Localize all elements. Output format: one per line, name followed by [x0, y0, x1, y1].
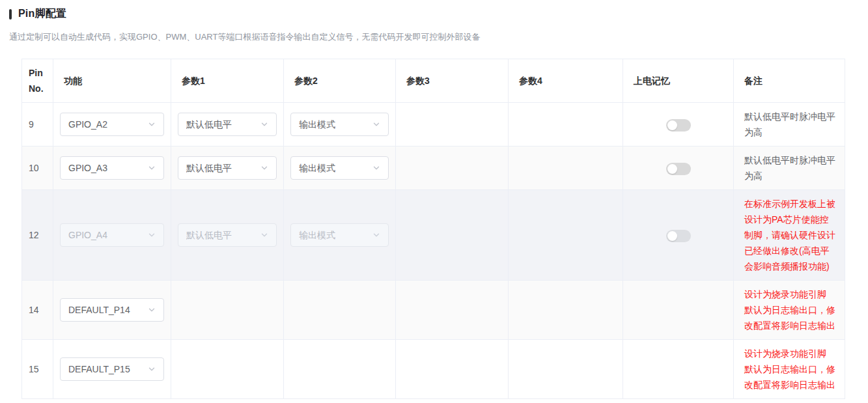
remark-cell: 默认低电平时脉冲电平为高	[734, 146, 845, 190]
function-cell: DEFAULT_P15	[53, 340, 171, 399]
column-header-param1: 参数1	[171, 59, 284, 103]
toggle-knob	[667, 120, 677, 130]
title-accent-bar	[9, 9, 12, 20]
param2-select-value: 输出模式	[299, 160, 335, 176]
column-header-function: 功能	[53, 59, 171, 103]
param1-cell-empty	[171, 281, 284, 340]
param1-select-value: 默认低电平	[186, 227, 232, 243]
param1-cell: 默认低电平	[171, 103, 284, 146]
param2-select[interactable]: 输出模式	[290, 113, 389, 136]
param2-select: 输出模式	[290, 223, 389, 247]
chevron-down-icon	[260, 164, 268, 172]
remark-line: 默认为日志输出口，修改配置将影响日志输出	[744, 302, 835, 333]
remark-line: 默认低电平时脉冲电平为高	[744, 152, 835, 184]
column-header-remark: 备注	[734, 59, 845, 103]
function-select[interactable]: DEFAULT_P15	[60, 357, 164, 381]
power-memory-toggle[interactable]	[666, 119, 691, 132]
param2-select[interactable]: 输出模式	[290, 156, 389, 180]
power-memory-cell	[623, 281, 734, 340]
pin-number: 14	[22, 281, 53, 340]
remark-cell: 在标准示例开发板上被设计为PA芯片使能控制脚，请确认硬件设计已经做出修改(高电平…	[734, 190, 845, 281]
column-header-param3: 参数3	[396, 59, 509, 103]
remark-warning-text: 设计为烧录功能引脚默认为日志输出口，修改配置将影响日志输出	[744, 286, 835, 333]
function-select-value: GPIO_A4	[68, 227, 107, 243]
column-header-memory: 上电记忆	[623, 59, 734, 103]
param1-select-value: 默认低电平	[186, 160, 232, 176]
function-cell: GPIO_A3	[53, 146, 171, 190]
remark-text: 默认低电平时脉冲电平为高	[744, 109, 835, 140]
page-title: Pin脚配置	[18, 7, 66, 21]
pin-number: 15	[22, 340, 53, 399]
remark-warning-text: 在标准示例开发板上被设计为PA芯片使能控制脚，请确认硬件设计已经做出修改(高电平…	[744, 196, 835, 274]
param2-cell: 输出模式	[284, 190, 396, 281]
table-row-pin-10: 10GPIO_A3默认低电平输出模式默认低电平时脉冲电平为高	[22, 146, 845, 190]
function-select[interactable]: DEFAULT_P14	[60, 298, 164, 322]
param2-select-value: 输出模式	[299, 227, 335, 243]
table-header-row: Pin No.功能参数1参数2参数3参数4上电记忆备注	[22, 59, 845, 103]
param3-cell-empty	[396, 281, 509, 340]
param4-cell-empty	[509, 340, 623, 399]
table-row-pin-14: 14DEFAULT_P14设计为烧录功能引脚默认为日志输出口，修改配置将影响日志…	[22, 281, 845, 340]
param1-select-value: 默认低电平	[186, 117, 232, 132]
param3-cell-empty	[396, 146, 509, 190]
param2-cell-empty	[284, 281, 396, 340]
remark-line: 设计为烧录功能引脚	[744, 346, 835, 361]
function-select[interactable]: GPIO_A3	[60, 156, 164, 180]
remark-line: 设计为烧录功能引脚	[744, 286, 835, 302]
chevron-down-icon	[372, 231, 380, 239]
param1-cell: 默认低电平	[171, 146, 284, 190]
column-header-param2: 参数2	[284, 59, 396, 103]
pin-number: 9	[22, 103, 53, 146]
remark-text: 默认低电平时脉冲电平为高	[744, 152, 835, 184]
function-select[interactable]: GPIO_A2	[60, 113, 164, 136]
param2-select-value: 输出模式	[299, 117, 335, 132]
table-row-pin-12: 12GPIO_A4默认低电平输出模式在标准示例开发板上被设计为PA芯片使能控制脚…	[22, 190, 845, 281]
param1-cell-empty	[171, 340, 284, 399]
function-select-value: GPIO_A3	[68, 160, 107, 176]
column-header-param4: 参数4	[509, 59, 623, 103]
function-select: GPIO_A4	[60, 223, 164, 247]
chevron-down-icon	[260, 120, 268, 128]
function-select-value: GPIO_A2	[68, 117, 107, 132]
param1-select[interactable]: 默认低电平	[178, 156, 277, 180]
function-cell: GPIO_A2	[53, 103, 171, 146]
chevron-down-icon	[260, 231, 268, 239]
section-description: 通过定制可以自动生成代码，实现GPIO、PWM、UART等端口根据语音指令输出自…	[9, 31, 868, 43]
param2-cell-empty	[284, 340, 396, 399]
power-memory-cell	[623, 103, 734, 146]
pin-config-table: Pin No.功能参数1参数2参数3参数4上电记忆备注 9GPIO_A2默认低电…	[21, 59, 845, 399]
param3-cell-empty	[396, 103, 509, 146]
remark-warning-text: 设计为烧录功能引脚默认为日志输出口，修改配置将影响日志输出	[744, 346, 835, 393]
pin-number: 10	[22, 146, 53, 190]
param3-cell-empty	[396, 190, 509, 281]
remark-cell: 设计为烧录功能引脚默认为日志输出口，修改配置将影响日志输出	[734, 281, 845, 340]
chevron-down-icon	[148, 306, 156, 314]
param1-cell: 默认低电平	[171, 190, 284, 281]
chevron-down-icon	[372, 164, 380, 172]
param2-cell: 输出模式	[284, 146, 396, 190]
chevron-down-icon	[148, 231, 156, 239]
remark-cell: 设计为烧录功能引脚默认为日志输出口，修改配置将影响日志输出	[734, 340, 845, 399]
param1-select[interactable]: 默认低电平	[178, 113, 277, 136]
remark-line: 默认为日志输出口，修改配置将影响日志输出	[744, 361, 835, 393]
param4-cell-empty	[509, 281, 623, 340]
power-memory-cell	[623, 146, 734, 190]
pin-number: 12	[22, 190, 53, 281]
chevron-down-icon	[148, 365, 156, 373]
toggle-knob	[667, 164, 677, 174]
column-header-pin: Pin No.	[22, 59, 53, 103]
table-body: 9GPIO_A2默认低电平输出模式默认低电平时脉冲电平为高10GPIO_A3默认…	[22, 103, 845, 399]
remark-cell: 默认低电平时脉冲电平为高	[734, 103, 845, 146]
table-row-pin-9: 9GPIO_A2默认低电平输出模式默认低电平时脉冲电平为高	[22, 103, 845, 146]
power-memory-toggle[interactable]	[666, 163, 691, 175]
toggle-knob	[667, 231, 677, 241]
function-cell: DEFAULT_P14	[53, 281, 171, 340]
param4-cell-empty	[509, 103, 623, 146]
function-cell: GPIO_A4	[53, 190, 171, 281]
param4-cell-empty	[509, 190, 623, 281]
chevron-down-icon	[148, 120, 156, 128]
param3-cell-empty	[396, 340, 509, 399]
remark-line: 默认低电平时脉冲电平为高	[744, 109, 835, 140]
power-memory-cell	[623, 190, 734, 281]
param1-select: 默认低电平	[178, 223, 277, 247]
